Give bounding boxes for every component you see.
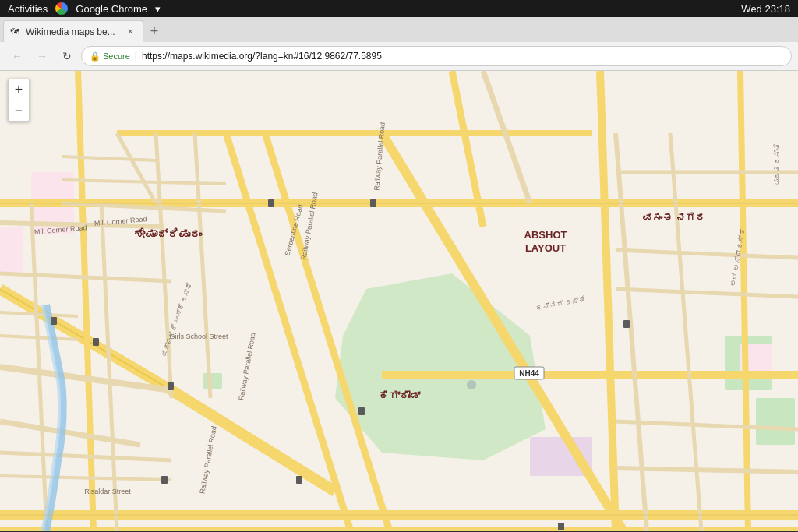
active-tab[interactable]: 🗺 Wikimedia maps be... ✕ bbox=[3, 20, 143, 42]
svg-text:ಹೆ ಗ್ರೌಂಡ್: ಹೆ ಗ್ರೌಂಡ್ bbox=[378, 390, 422, 402]
browser-chrome: 🗺 Wikimedia maps be... ✕ + ← → ↻ 🔒 Secur… bbox=[0, 17, 798, 71]
url-text: https://maps.wikimedia.org/?lang=kn#16/1… bbox=[142, 51, 382, 62]
lock-icon: 🔒 bbox=[90, 51, 101, 62]
svg-rect-8 bbox=[0, 227, 23, 273]
svg-text:ಭಾರತ ರಸ್ತೆ: ಭಾರತ ರಸ್ತೆ bbox=[773, 143, 781, 186]
svg-rect-58 bbox=[296, 476, 302, 484]
svg-text:ಶೇಷಾದ್ರಿಪುರಂ: ಶೇಷಾದ್ರಿಪುರಂ bbox=[134, 227, 203, 241]
map-zoom-controls: + − bbox=[8, 79, 30, 122]
activities-label[interactable]: Activities bbox=[8, 3, 48, 15]
os-topbar: Activities Google Chrome ▾ Wed 23:18 bbox=[0, 0, 798, 17]
url-divider: | bbox=[135, 51, 137, 62]
svg-rect-56 bbox=[623, 320, 630, 328]
map-container[interactable]: NH44 ಶೇಷಾದ್ರಿಪುರಂ ABSHOT LAYOUT ವಸಂತ ನಗರ… bbox=[0, 71, 798, 531]
refresh-button[interactable]: ↻ bbox=[56, 45, 78, 67]
svg-rect-54 bbox=[268, 199, 274, 207]
address-bar[interactable]: 🔒 Secure | https://maps.wikimedia.org/?l… bbox=[81, 46, 792, 66]
svg-rect-53 bbox=[168, 382, 174, 390]
forward-button[interactable]: → bbox=[31, 45, 53, 67]
os-topbar-left: Activities Google Chrome ▾ bbox=[8, 2, 161, 15]
svg-text:Girls School Street: Girls School Street bbox=[169, 333, 228, 340]
secure-label: Secure bbox=[103, 51, 130, 61]
svg-text:NH44: NH44 bbox=[519, 369, 539, 378]
browser-label[interactable]: Google Chrome bbox=[76, 3, 147, 15]
new-tab-button[interactable]: + bbox=[143, 20, 165, 42]
svg-text:ವಸಂತ ನಗರ: ವಸಂತ ನಗರ bbox=[642, 212, 706, 224]
svg-rect-52 bbox=[93, 338, 99, 346]
svg-text:Risaldar Street: Risaldar Street bbox=[84, 488, 131, 495]
tab-title: Wikimedia maps be... bbox=[26, 26, 115, 37]
os-clock: Wed 23:18 bbox=[741, 3, 790, 15]
secure-badge: 🔒 Secure bbox=[90, 51, 130, 62]
svg-text:LAYOUT: LAYOUT bbox=[525, 242, 566, 254]
svg-point-2 bbox=[467, 380, 476, 389]
nav-bar: ← → ↻ 🔒 Secure | https://maps.wikimedia.… bbox=[0, 42, 798, 70]
zoom-in-button[interactable]: + bbox=[9, 79, 29, 100]
svg-rect-59 bbox=[558, 523, 564, 530]
chrome-os-icon bbox=[55, 2, 68, 15]
svg-rect-51 bbox=[51, 317, 57, 325]
svg-rect-5 bbox=[756, 398, 795, 445]
dropdown-arrow: ▾ bbox=[155, 3, 161, 15]
svg-rect-55 bbox=[370, 199, 376, 207]
svg-text:ABSHOT: ABSHOT bbox=[524, 229, 567, 241]
tab-favicon: 🗺 bbox=[10, 26, 21, 37]
back-button[interactable]: ← bbox=[6, 45, 28, 67]
svg-rect-3 bbox=[203, 373, 222, 389]
zoom-out-button[interactable]: − bbox=[9, 100, 29, 121]
tab-close-button[interactable]: ✕ bbox=[124, 26, 136, 38]
svg-rect-60 bbox=[358, 407, 365, 415]
svg-rect-57 bbox=[161, 476, 168, 484]
map-svg: NH44 ಶೇಷಾದ್ರಿಪುರಂ ABSHOT LAYOUT ವಸಂತ ನಗರ… bbox=[0, 71, 798, 531]
tab-bar: 🗺 Wikimedia maps be... ✕ + bbox=[0, 17, 798, 42]
